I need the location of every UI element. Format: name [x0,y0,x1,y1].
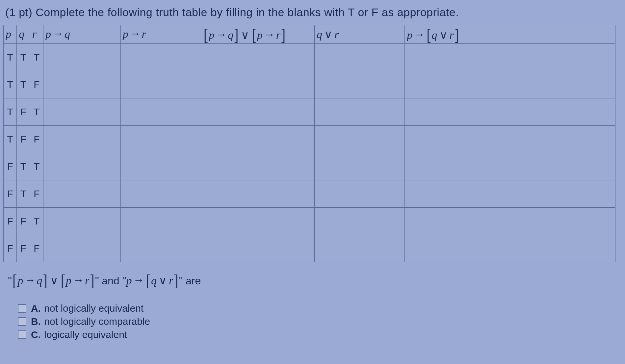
checkbox-icon[interactable] [18,330,26,339]
conclusion-text: "[p→q]∨[p→r]" and "p→[q∨r]" are [8,272,618,288]
table-row: T T T [4,44,615,71]
cell-p-imp-q[interactable] [43,153,120,180]
cell-disj[interactable] [201,98,314,126]
cell-p-imp-r[interactable] [120,44,201,71]
cell-r[interactable]: T [30,153,43,180]
cell-q[interactable]: F [17,98,30,126]
cell-q-or-r[interactable] [315,44,405,71]
option-letter: C. [31,329,41,340]
cell-disj[interactable] [201,153,314,180]
cell-p[interactable]: T [4,98,17,126]
cell-p-imp-q[interactable] [43,235,120,262]
truth-table: p q r p→q p→r [p→q]∨[p→r] q∨r p→[q∨r] T … [3,25,615,262]
table-row: T F T [4,98,615,126]
cell-p[interactable]: F [4,153,17,180]
cell-p[interactable]: T [4,44,17,71]
cell-disj[interactable] [201,71,314,98]
option-text: not logically equivalent [44,303,143,314]
header-r: r [30,25,43,44]
cell-disj[interactable] [201,44,314,71]
cell-r[interactable]: F [30,71,43,98]
header-q: q [17,25,30,44]
option-letter: A. [31,303,41,314]
cell-p[interactable]: T [4,126,17,153]
header-disj: [p→q]∨[p→r] [201,25,314,44]
header-p-imp-r: p→r [120,25,201,44]
cell-p[interactable]: F [4,180,17,208]
cell-r[interactable]: F [30,180,43,208]
cell-r[interactable]: T [30,208,43,235]
cell-p-imp-r[interactable] [120,126,201,153]
cell-q-or-r[interactable] [315,71,405,98]
cell-q[interactable]: T [17,153,30,180]
cell-p-imp-qr[interactable] [405,44,615,71]
header-p: p [4,25,17,44]
are-text: are [186,275,201,287]
cell-q-or-r[interactable] [315,126,405,153]
cell-r[interactable]: F [30,235,43,262]
option-b[interactable]: B. not logically comparable [18,316,618,327]
cell-p-imp-qr[interactable] [405,98,615,126]
table-row: T F F [4,126,615,153]
cell-r[interactable]: T [30,98,43,126]
table-body: T T T T T F T F T [4,44,615,262]
cell-p-imp-qr[interactable] [405,71,615,98]
cell-p[interactable]: F [4,208,17,235]
option-c[interactable]: C. logically equivalent [18,329,618,340]
page-root: (1 pt) Complete the following truth tabl… [0,0,625,340]
cell-disj[interactable] [201,126,314,153]
checkbox-icon[interactable] [18,317,26,326]
cell-p-imp-q[interactable] [43,126,120,153]
table-row: F F F [4,235,615,262]
cell-p-imp-r[interactable] [120,71,201,98]
table-row: T T F [4,71,615,98]
header-p-imp-q: p→q [43,25,120,44]
cell-q[interactable]: T [17,180,30,208]
cell-q[interactable]: F [17,235,30,262]
header-p-imp-q-or-r: p→[q∨r] [405,25,615,44]
cell-p-imp-r[interactable] [120,208,201,235]
cell-p[interactable]: F [4,235,17,262]
cell-q[interactable]: T [17,71,30,98]
cell-p-imp-q[interactable] [43,71,120,98]
cell-p-imp-q[interactable] [43,44,120,71]
cell-disj[interactable] [201,180,314,208]
header-q-or-r: q∨r [315,25,405,44]
cell-q-or-r[interactable] [315,235,405,262]
option-text: not logically comparable [44,316,150,327]
options-list: A. not logically equivalent B. not logic… [18,303,618,340]
cell-r[interactable]: T [30,44,43,71]
cell-p-imp-r[interactable] [120,153,201,180]
table-header-row: p q r p→q p→r [p→q]∨[p→r] q∨r p→[q∨r] [4,25,615,44]
cell-p-imp-r[interactable] [120,235,201,262]
option-letter: B. [31,316,41,327]
table-row: F T F [4,180,615,208]
and-text: and [102,275,122,287]
cell-disj[interactable] [201,235,314,262]
cell-p-imp-r[interactable] [120,180,201,208]
cell-p-imp-qr[interactable] [405,126,615,153]
cell-p[interactable]: T [4,71,17,98]
cell-q-or-r[interactable] [315,180,405,208]
cell-p-imp-qr[interactable] [405,235,615,262]
table-row: F F T [4,208,615,235]
cell-p-imp-q[interactable] [43,208,120,235]
cell-r[interactable]: F [30,126,43,153]
cell-p-imp-qr[interactable] [405,153,615,180]
cell-q-or-r[interactable] [315,153,405,180]
question-prompt: (1 pt) Complete the following truth tabl… [5,6,618,19]
cell-q-or-r[interactable] [315,98,405,126]
cell-disj[interactable] [201,208,314,235]
cell-q[interactable]: T [17,44,30,71]
cell-q[interactable]: F [17,208,30,235]
cell-p-imp-q[interactable] [43,180,120,208]
cell-q[interactable]: F [17,126,30,153]
cell-p-imp-q[interactable] [43,98,120,126]
option-a[interactable]: A. not logically equivalent [18,303,618,314]
cell-p-imp-r[interactable] [120,98,201,126]
cell-p-imp-qr[interactable] [405,180,615,208]
cell-p-imp-qr[interactable] [405,208,615,235]
checkbox-icon[interactable] [18,304,26,313]
option-text: logically equivalent [44,329,127,340]
cell-q-or-r[interactable] [315,208,405,235]
